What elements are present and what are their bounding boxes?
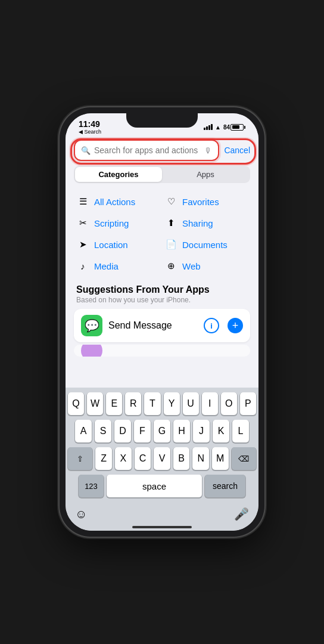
key-k[interactable]: K [213, 420, 229, 442]
keyboard-row-3: ⇧ Z X C V B N M ⌫ [68, 447, 256, 470]
home-bar [132, 526, 192, 528]
key-a[interactable]: A [75, 420, 92, 442]
mic-icon: 🎙 [204, 146, 212, 155]
key-c[interactable]: C [135, 447, 151, 470]
category-sharing[interactable]: ⬆ Sharing [162, 213, 250, 233]
battery-icon: 84 [223, 124, 245, 131]
backspace-key[interactable]: ⌫ [232, 447, 256, 470]
battery-tip [244, 126, 245, 129]
category-location[interactable]: ➤ Location [74, 234, 162, 255]
phone-screen: 11:49 ◀ Search ▲ 84 [66, 113, 258, 531]
key-d[interactable]: D [114, 420, 131, 442]
key-i[interactable]: I [202, 392, 218, 415]
key-n[interactable]: N [192, 447, 209, 470]
web-icon: ⊕ [164, 261, 177, 271]
messages-app-icon: 💬 [81, 315, 102, 336]
all-actions-icon: ☰ [76, 196, 89, 207]
key-h[interactable]: H [173, 420, 190, 442]
key-m[interactable]: M [212, 447, 229, 470]
documents-icon: 📄 [164, 239, 177, 250]
notch [126, 113, 198, 128]
search-icon: 🔍 [81, 146, 91, 155]
key-p[interactable]: P [240, 392, 256, 415]
home-indicator [66, 526, 258, 531]
shift-key[interactable]: ⇧ [68, 447, 92, 470]
keyboard-row-4: 123 space search [68, 475, 256, 497]
location-icon: ➤ [76, 239, 89, 250]
apps-tab[interactable]: Apps [162, 167, 249, 182]
key-r[interactable]: R [125, 392, 141, 415]
time-display: 11:49 [79, 119, 101, 129]
signal-bar-2 [206, 126, 208, 130]
segment-control: Categories Apps [74, 166, 250, 183]
phone-frame: 11:49 ◀ Search ▲ 84 [60, 107, 264, 537]
suggestions-subtitle: Based on how you use your iPhone. [76, 296, 248, 304]
favorites-label: Favorites [182, 197, 219, 207]
wifi-icon: ▲ [215, 124, 221, 131]
battery-fill [232, 125, 240, 129]
keyboard-row-2: A S D F G H J K L [68, 420, 256, 442]
category-media[interactable]: ♪ Media [74, 256, 162, 276]
sharing-label: Sharing [182, 218, 213, 228]
all-actions-label: All Actions [94, 197, 135, 207]
key-v[interactable]: V [154, 447, 170, 470]
sharing-icon: ⬆ [164, 218, 177, 228]
signal-bar-3 [208, 125, 210, 130]
suggestions-title: Suggestions From Your Apps [76, 284, 248, 295]
search-bar-row: 🔍 🎙 Cancel [66, 136, 258, 166]
scripting-icon: ✂ [76, 218, 89, 228]
media-label: Media [94, 261, 119, 271]
keyboard-mic-key[interactable]: 🎤 [234, 507, 249, 521]
battery-body [230, 124, 244, 131]
key-l[interactable]: L [232, 420, 249, 442]
info-button[interactable]: i [204, 318, 219, 333]
key-o[interactable]: O [221, 392, 237, 415]
category-favorites[interactable]: ♡ Favorites [162, 191, 250, 212]
keyboard-row-1: Q W E R T Y U I O P [68, 392, 256, 415]
key-z[interactable]: Z [95, 447, 112, 470]
keyboard: Q W E R T Y U I O P A S D F G H J K L [66, 388, 258, 504]
key-q[interactable]: Q [68, 392, 84, 415]
numbers-key[interactable]: 123 [79, 475, 104, 497]
key-e[interactable]: E [106, 392, 122, 415]
search-key[interactable]: search [205, 475, 245, 497]
search-bar-container[interactable]: 🔍 🎙 [74, 140, 219, 161]
key-g[interactable]: G [154, 420, 170, 442]
partial-app-row [74, 345, 250, 357]
partial-app-icon [81, 345, 102, 357]
status-time: 11:49 ◀ Search [79, 119, 101, 135]
key-u[interactable]: U [183, 392, 199, 415]
space-key[interactable]: space [107, 475, 202, 497]
signal-bar-4 [211, 124, 213, 130]
add-button[interactable]: + [228, 318, 243, 333]
key-w[interactable]: W [87, 392, 103, 415]
scripting-label: Scripting [94, 218, 129, 228]
key-j[interactable]: J [193, 420, 210, 442]
categories-grid: ☰ All Actions ♡ Favorites ✂ Scripting ⬆ … [66, 189, 258, 281]
signal-icon [204, 124, 213, 130]
signal-bar-1 [204, 128, 205, 130]
favorites-icon: ♡ [164, 196, 177, 207]
category-scripting[interactable]: ✂ Scripting [74, 213, 162, 233]
status-icons: ▲ 84 [204, 124, 245, 131]
web-label: Web [182, 261, 201, 271]
suggestions-header: Suggestions From Your Apps Based on how … [66, 281, 258, 305]
category-web[interactable]: ⊕ Web [162, 256, 250, 276]
key-x[interactable]: X [115, 447, 132, 470]
key-f[interactable]: F [134, 420, 151, 442]
categories-tab[interactable]: Categories [75, 167, 162, 182]
media-icon: ♪ [76, 261, 89, 271]
category-all-actions[interactable]: ☰ All Actions [74, 191, 162, 212]
key-s[interactable]: S [95, 420, 111, 442]
send-message-suggestion[interactable]: 💬 Send Message i + [74, 309, 250, 342]
category-documents[interactable]: 📄 Documents [162, 234, 250, 255]
back-nav: ◀ Search [79, 129, 101, 135]
cancel-button[interactable]: Cancel [224, 145, 250, 155]
key-y[interactable]: Y [164, 392, 180, 415]
search-input[interactable] [94, 145, 201, 155]
key-b[interactable]: B [173, 447, 190, 470]
key-t[interactable]: T [144, 392, 160, 415]
emoji-key[interactable]: ☺ [75, 507, 87, 521]
location-label: Location [94, 240, 128, 250]
battery-pct: 84 [223, 124, 230, 131]
